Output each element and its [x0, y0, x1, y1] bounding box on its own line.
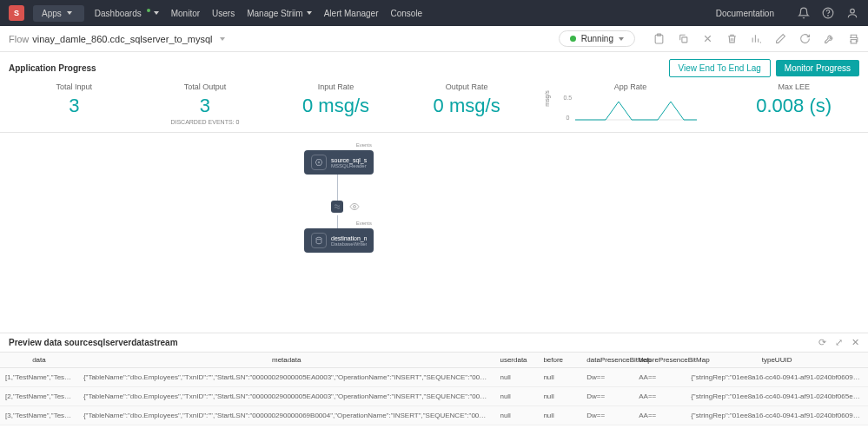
svg-point-2 [851, 9, 855, 13]
status-dot-icon [570, 36, 576, 42]
bell-icon[interactable] [797, 6, 811, 20]
cell-beforePresenceBitMap: AA== [633, 406, 686, 425]
nav-monitor[interactable]: Monitor [171, 9, 200, 18]
edit-icon[interactable] [774, 33, 786, 45]
table-row[interactable]: [2,"TestName","TestFName",20]{"TableName… [0, 387, 868, 406]
cell-userdata: null [494, 387, 538, 406]
cell-dataPresenceBitMap: Dw== [581, 387, 633, 406]
flow-name: vinay_damle_860.cdc_sqlserver_to_mysql [32, 34, 212, 44]
cell-typeUUID: {"stringRep":"01ee8a16-cc40-0941-af91-02… [686, 368, 868, 387]
chevron-down-icon [307, 11, 312, 15]
node-source[interactable]: Events source_sql_server MSSQLReader [304, 150, 374, 175]
toolbar [653, 33, 859, 45]
canvas[interactable]: Events source_sql_server MSSQLReader Eve… [0, 133, 868, 333]
print-icon[interactable] [847, 33, 859, 45]
svg-point-1 [828, 16, 829, 16]
node-stream[interactable] [331, 201, 361, 213]
cell-beforePresenceBitMap: AA== [633, 368, 686, 387]
wrench-icon[interactable] [823, 33, 835, 45]
node-destination[interactable]: Events destination_mysql DatabaseWriter [304, 228, 374, 253]
chevron-down-icon [619, 37, 624, 41]
chart-icon[interactable] [750, 33, 762, 45]
cell-typeUUID: {"stringRep":"01ee8a16-cc40-0941-af91-02… [686, 406, 868, 425]
svg-rect-5 [681, 37, 686, 43]
metric-max-lee: Max LEE 0.008 (s) [728, 82, 859, 125]
status-text: Running [581, 34, 613, 43]
view-lag-button[interactable]: View End To End Lag [669, 59, 771, 77]
nav-console[interactable]: Console [390, 9, 422, 18]
clipboard-icon[interactable] [653, 33, 665, 45]
col-data[interactable]: data [0, 353, 78, 368]
svg-point-9 [354, 206, 356, 208]
chevron-down-icon [154, 11, 159, 15]
flow-label: Flow [9, 34, 29, 44]
db-icon [311, 155, 327, 170]
svg-point-8 [318, 161, 320, 163]
cell-metadata: {"TableName":"dbo.Employees","TxnID":"",… [78, 387, 495, 406]
close-icon[interactable]: ✕ [851, 337, 859, 348]
sparkline-chart [575, 95, 697, 121]
cell-before: null [538, 387, 581, 406]
eye-icon[interactable] [348, 201, 361, 213]
cell-typeUUID: {"stringRep":"01ee8a16-cc40-0941-af91-02… [686, 387, 868, 406]
chevron-down-icon[interactable] [220, 37, 225, 41]
cell-metadata: {"TableName":"dbo.Employees","TxnID":"",… [78, 368, 495, 387]
col-datapresence[interactable]: dataPresenceBitMap [581, 353, 633, 368]
table-row[interactable]: [3,"TestName","TestFName",10]{"TableName… [0, 406, 868, 425]
preview-table: data metadata userdata before dataPresen… [0, 353, 868, 425]
col-userdata[interactable]: userdata [494, 353, 538, 368]
progress-title: Application Progress [9, 63, 96, 73]
nav-dashboards[interactable]: Dashboards [95, 9, 159, 18]
svg-point-10 [316, 237, 321, 240]
cell-metadata: {"TableName":"dbo.Employees","TxnID":"",… [78, 406, 495, 425]
cell-before: null [538, 406, 581, 425]
monitor-progress-button[interactable]: Monitor Progress [776, 60, 859, 76]
nav-manage[interactable]: Manage Striim [247, 9, 311, 18]
cell-beforePresenceBitMap: AA== [633, 387, 686, 406]
user-icon[interactable] [845, 6, 859, 20]
cell-dataPresenceBitMap: Dw== [581, 368, 633, 387]
topbar: S Apps Dashboards Monitor Users Manage S… [0, 0, 868, 26]
cell-userdata: null [494, 406, 538, 425]
apps-label: Apps [42, 9, 62, 18]
progress-section: Application Progress View End To End Lag… [0, 52, 868, 133]
metric-total-output: Total Output 3 DISCARDED EVENTS: 0 [140, 82, 271, 125]
col-beforepresence[interactable]: beforePresenceBitMap [633, 353, 686, 368]
documentation-link[interactable]: Documentation [716, 9, 774, 18]
refresh-icon[interactable] [798, 33, 811, 45]
help-icon[interactable] [821, 6, 835, 20]
close-icon[interactable] [701, 33, 713, 45]
cell-before: null [538, 368, 581, 387]
cell-data: [1,"TestName","TestFName",10] [0, 368, 78, 387]
delete-icon[interactable] [726, 33, 738, 45]
table-row[interactable]: [1,"TestName","TestFName",10]{"TableName… [0, 368, 868, 387]
chevron-down-icon [67, 11, 72, 15]
refresh-icon[interactable]: ⟳ [818, 337, 826, 348]
brand-logo: S [9, 5, 24, 21]
badge-icon [147, 9, 150, 12]
metric-output-rate: Output Rate 0 msg/s [401, 82, 533, 125]
copy-icon[interactable] [677, 33, 689, 45]
cell-userdata: null [494, 368, 538, 387]
cell-data: [2,"TestName","TestFName",20] [0, 387, 78, 406]
col-before[interactable]: before [538, 353, 581, 368]
cell-data: [3,"TestName","TestFName",10] [0, 406, 78, 425]
col-metadata[interactable]: metadata [78, 353, 495, 368]
apps-menu[interactable]: Apps [33, 5, 84, 22]
metric-input-rate: Input Rate 0 msg/s [270, 82, 401, 125]
preview-panel: Preview data sourcesqlserverdatastream ⟳… [0, 333, 868, 425]
expand-icon[interactable]: ⤢ [835, 337, 843, 348]
col-typeuuid[interactable]: typeUUID [686, 353, 868, 368]
status-chip[interactable]: Running [559, 30, 635, 47]
metric-total-input: Total Input 3 [9, 82, 140, 125]
preview-title: Preview data sourcesqlserverdatastream [9, 338, 818, 347]
nav-users[interactable]: Users [212, 9, 235, 18]
db-icon [311, 233, 327, 248]
flowbar: Flow vinay_damle_860.cdc_sqlserver_to_my… [0, 26, 868, 52]
stream-icon [331, 201, 343, 213]
nav-alert-manager[interactable]: Alert Manager [324, 9, 379, 18]
metric-app-rate: App Rate 0.5 0 msg/s [532, 82, 728, 125]
table-header-row: data metadata userdata before dataPresen… [0, 353, 868, 368]
cell-dataPresenceBitMap: Dw== [581, 406, 633, 425]
